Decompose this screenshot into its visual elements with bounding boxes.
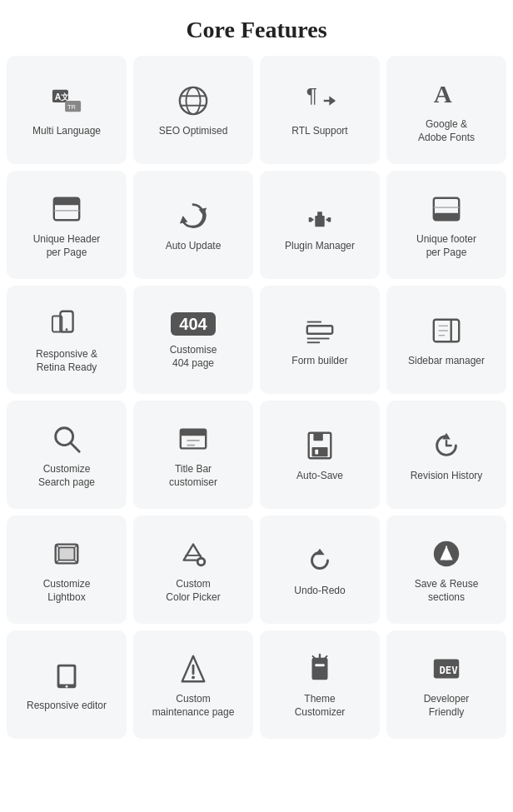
card-theme-customizer[interactable]: ThemeCustomizer bbox=[260, 630, 380, 739]
lightbox-icon bbox=[51, 538, 82, 570]
card-save-reuse[interactable]: Save & Reusesections bbox=[386, 516, 506, 624]
svg-point-6 bbox=[186, 87, 200, 114]
svg-text:¶: ¶ bbox=[306, 85, 317, 107]
card-label: Responsive editor bbox=[27, 700, 107, 713]
card-revision-history[interactable]: Revision History bbox=[386, 401, 506, 509]
search-icon bbox=[51, 423, 82, 455]
card-responsive[interactable]: Responsive &Retina Ready bbox=[7, 286, 127, 394]
sidebar-icon bbox=[431, 315, 462, 346]
card-auto-update[interactable]: Auto Update bbox=[133, 171, 253, 279]
form-icon bbox=[304, 315, 336, 346]
card-customize-lightbox[interactable]: CustomizeLightbox bbox=[7, 516, 127, 624]
card-label: Custommaintenance page bbox=[152, 693, 235, 719]
card-label: CustomizeSearch page bbox=[38, 463, 95, 489]
card-label: Form builder bbox=[291, 355, 347, 368]
card-label: Undo-Redo bbox=[294, 585, 345, 598]
savereuse-icon bbox=[431, 538, 462, 570]
titlebar-icon bbox=[177, 423, 209, 455]
card-form-builder[interactable]: Form builder bbox=[260, 286, 380, 394]
svg-rect-74 bbox=[315, 665, 324, 667]
card-color-picker[interactable]: CustomColor Picker bbox=[133, 516, 253, 624]
card-sidebar-manager[interactable]: Sidebar manager bbox=[386, 286, 506, 394]
svg-rect-23 bbox=[309, 217, 312, 222]
svg-rect-49 bbox=[315, 450, 318, 455]
svg-point-5 bbox=[180, 87, 207, 114]
svg-text:TR: TR bbox=[67, 103, 77, 111]
svg-text:A: A bbox=[434, 80, 452, 108]
rtl-icon: ¶ bbox=[304, 85, 336, 117]
card-label: Save & Reusesections bbox=[415, 578, 479, 604]
svg-rect-24 bbox=[328, 217, 331, 222]
svg-marker-16 bbox=[180, 216, 188, 224]
svg-marker-63 bbox=[315, 549, 324, 555]
card-undo-redo[interactable]: Undo-Redo bbox=[260, 516, 380, 624]
card-label: CustomColor Picker bbox=[166, 578, 220, 604]
card-unique-footer[interactable]: Unique footerper Page bbox=[386, 171, 506, 279]
card-google-fonts[interactable]: A Google &Adobe Fonts bbox=[386, 56, 506, 164]
maintenance-icon bbox=[177, 653, 209, 685]
card-label: Plugin Manager bbox=[285, 240, 355, 253]
svg-rect-19 bbox=[317, 212, 320, 217]
svg-point-29 bbox=[66, 329, 68, 331]
card-unique-header[interactable]: Unique Headerper Page bbox=[7, 171, 127, 279]
svg-line-41 bbox=[71, 443, 79, 451]
card-label: DeveloperFriendly bbox=[424, 693, 470, 719]
undoredo-icon bbox=[304, 545, 336, 576]
card-label: Unique footerper Page bbox=[416, 233, 476, 259]
card-label: Customise404 page bbox=[170, 344, 217, 370]
svg-rect-54 bbox=[59, 548, 75, 560]
card-developer-friendly[interactable]: DEV DeveloperFriendly bbox=[386, 630, 506, 739]
card-label: Revision History bbox=[411, 470, 483, 483]
card-responsive-editor[interactable]: Responsive editor bbox=[7, 630, 127, 739]
svg-rect-48 bbox=[312, 447, 328, 456]
plugin-icon bbox=[304, 200, 336, 232]
card-label: Auto Update bbox=[166, 240, 222, 253]
card-label: RTL Support bbox=[291, 125, 347, 138]
svg-point-72 bbox=[192, 676, 195, 680]
svg-rect-47 bbox=[313, 433, 322, 441]
page-title: Core Features bbox=[0, 0, 513, 56]
svg-rect-43 bbox=[181, 430, 206, 436]
card-customize-search[interactable]: CustomizeSearch page bbox=[7, 401, 127, 509]
card-label: Google &Adobe Fonts bbox=[418, 118, 475, 144]
svg-rect-18 bbox=[315, 216, 324, 227]
card-rtl-support[interactable]: ¶ RTL Support bbox=[260, 56, 380, 164]
svg-rect-20 bbox=[320, 212, 322, 217]
card-maintenance[interactable]: Custommaintenance page bbox=[133, 630, 253, 739]
revision-icon bbox=[431, 430, 462, 461]
svg-rect-73 bbox=[312, 658, 328, 680]
card-auto-save[interactable]: Auto-Save bbox=[260, 401, 380, 509]
responsive-icon bbox=[51, 308, 82, 340]
features-grid: A 文 TR Multi Language SEO Optimised ¶ bbox=[0, 56, 513, 755]
card-label: SEO Optimised bbox=[159, 125, 228, 138]
auto-update-icon bbox=[177, 200, 209, 232]
theme-icon bbox=[304, 653, 336, 685]
colorpicker-icon bbox=[177, 538, 209, 570]
card-404[interactable]: 404 Customise404 page bbox=[133, 286, 253, 394]
404-icon: 404 bbox=[171, 312, 215, 336]
card-multi-language[interactable]: A 文 TR Multi Language bbox=[7, 56, 127, 164]
header-icon bbox=[51, 193, 82, 225]
card-label: Auto-Save bbox=[296, 470, 343, 483]
card-label: Unique Headerper Page bbox=[33, 233, 101, 259]
card-title-bar[interactable]: Title Barcustomiser bbox=[133, 401, 253, 509]
card-seo-optimised[interactable]: SEO Optimised bbox=[133, 56, 253, 164]
card-label: Title Barcustomiser bbox=[169, 463, 217, 489]
card-label: Multi Language bbox=[32, 125, 101, 138]
svg-rect-26 bbox=[434, 213, 459, 221]
resp-editor-icon bbox=[51, 660, 82, 691]
svg-point-62 bbox=[199, 560, 204, 565]
svg-rect-68 bbox=[59, 667, 73, 685]
card-label: Sidebar manager bbox=[408, 355, 485, 368]
fonts-icon: A bbox=[431, 78, 462, 110]
multi-language-icon: A 文 TR bbox=[51, 85, 82, 117]
svg-text:文: 文 bbox=[61, 92, 69, 102]
svg-rect-14 bbox=[54, 198, 79, 206]
card-label: CustomizeLightbox bbox=[43, 578, 91, 604]
svg-rect-31 bbox=[307, 326, 332, 335]
svg-point-69 bbox=[66, 685, 68, 688]
seo-icon bbox=[177, 85, 209, 117]
autosave-icon bbox=[304, 430, 336, 461]
card-plugin-manager[interactable]: Plugin Manager bbox=[260, 171, 380, 279]
card-label: ThemeCustomizer bbox=[295, 693, 346, 719]
